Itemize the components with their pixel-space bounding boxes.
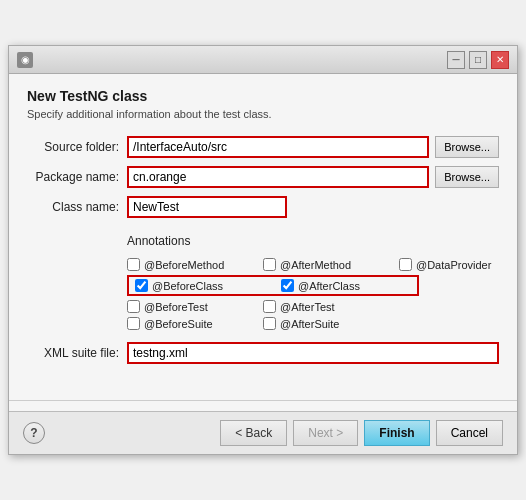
footer-buttons: < Back Next > Finish Cancel [220,420,503,446]
app-icon: ◉ [17,52,33,68]
back-button[interactable]: < Back [220,420,287,446]
after-method-label: @AfterMethod [280,259,351,271]
annotations-section: Annotations @BeforeMethod @AfterMethod [27,226,499,330]
data-provider-label: @DataProvider [416,259,491,271]
xml-suite-row: XML suite file: [27,342,499,364]
before-test-checkbox[interactable] [127,300,140,313]
class-name-label: Class name: [27,200,127,214]
source-folder-input[interactable] [127,136,429,158]
dialog: ◉ ─ □ ✕ New TestNG class Specify additio… [8,45,518,455]
dialog-subtitle: Specify additional information about the… [27,108,499,120]
before-suite-label: @BeforeSuite [144,318,213,330]
before-test-label: @BeforeTest [144,301,208,313]
highlighted-checks: @BeforeClass @AfterClass [127,275,419,296]
source-folder-row: Source folder: Browse... [27,136,499,158]
before-method-checkbox[interactable] [127,258,140,271]
footer-left: ? [23,422,45,444]
titlebar: ◉ ─ □ ✕ [9,46,517,74]
annotation-row-2: @BeforeClass @AfterClass [127,275,499,296]
annotation-row-1: @BeforeMethod @AfterMethod @DataProvider [127,258,499,271]
annotations-label: Annotations [127,234,190,248]
before-class-container: @BeforeClass [135,279,265,292]
after-class-container: @AfterClass [281,279,411,292]
source-folder-label: Source folder: [27,140,127,154]
titlebar-controls: ─ □ ✕ [447,51,509,69]
after-class-checkbox[interactable] [281,279,294,292]
annotations-row1: @BeforeMethod @AfterMethod @DataProvider [127,258,499,330]
before-method-label: @BeforeMethod [144,259,224,271]
data-provider-container: @DataProvider [399,258,526,271]
after-method-checkbox[interactable] [263,258,276,271]
finish-button[interactable]: Finish [364,420,429,446]
before-suite-container: @BeforeSuite [127,317,257,330]
separator [9,400,517,401]
package-name-input[interactable] [127,166,429,188]
xml-suite-input[interactable] [127,342,499,364]
source-folder-browse-button[interactable]: Browse... [435,136,499,158]
before-class-checkbox[interactable] [135,279,148,292]
before-method-container: @BeforeMethod [127,258,257,271]
class-name-row: Class name: [27,196,499,218]
package-name-browse-button[interactable]: Browse... [435,166,499,188]
before-test-container: @BeforeTest [127,300,257,313]
after-test-container: @AfterTest [263,300,393,313]
before-suite-checkbox[interactable] [127,317,140,330]
next-button[interactable]: Next > [293,420,358,446]
xml-suite-label: XML suite file: [27,346,127,360]
xml-suite-input-container [127,342,499,364]
help-button[interactable]: ? [23,422,45,444]
package-name-label: Package name: [27,170,127,184]
package-name-row: Package name: Browse... [27,166,499,188]
after-suite-container: @AfterSuite [263,317,393,330]
maximize-button[interactable]: □ [469,51,487,69]
annotation-row-3: @BeforeTest @AfterTest [127,300,499,313]
dialog-content: New TestNG class Specify additional info… [9,74,517,386]
after-test-label: @AfterTest [280,301,335,313]
after-test-checkbox[interactable] [263,300,276,313]
data-provider-checkbox[interactable] [399,258,412,271]
minimize-button[interactable]: ─ [447,51,465,69]
class-name-input[interactable] [127,196,287,218]
after-suite-checkbox[interactable] [263,317,276,330]
titlebar-left: ◉ [17,52,33,68]
annotation-row-4: @BeforeSuite @AfterSuite [127,317,499,330]
close-button[interactable]: ✕ [491,51,509,69]
dialog-title: New TestNG class [27,88,499,104]
after-suite-label: @AfterSuite [280,318,339,330]
footer: ? < Back Next > Finish Cancel [9,411,517,454]
after-class-label: @AfterClass [298,280,360,292]
source-folder-input-container: Browse... [127,136,499,158]
cancel-button[interactable]: Cancel [436,420,503,446]
package-name-input-container: Browse... [127,166,499,188]
after-method-container: @AfterMethod [263,258,393,271]
before-class-label: @BeforeClass [152,280,223,292]
class-name-input-container [127,196,499,218]
